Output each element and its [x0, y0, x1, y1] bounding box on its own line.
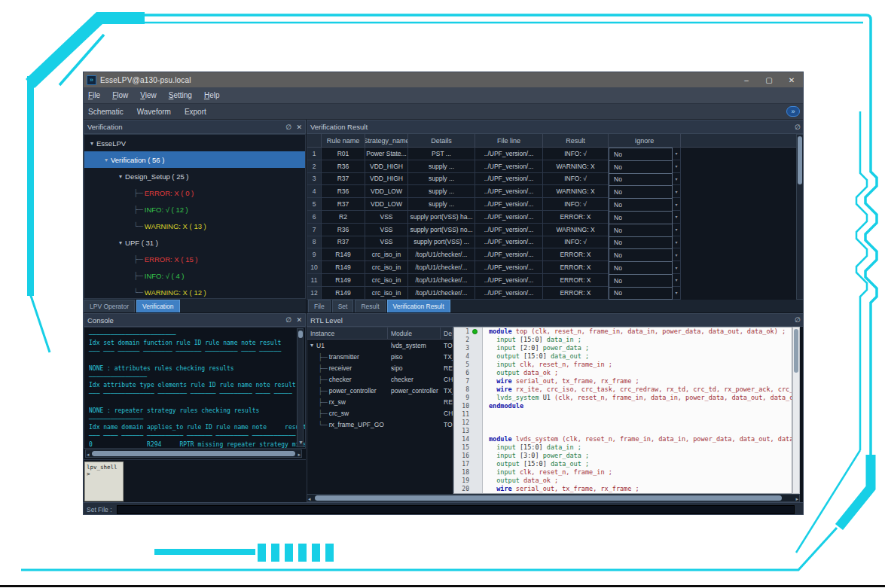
column-header-rule-name[interactable]: Rule name: [322, 134, 365, 147]
column-header-result[interactable]: Result: [543, 134, 609, 147]
ignore-dropdown-icon[interactable]: ▾: [673, 224, 681, 236]
console-hscrollbar[interactable]: ◂ ▸: [85, 449, 302, 458]
menu-item-setting[interactable]: Setting: [169, 91, 192, 99]
table-row[interactable]: 12R149crc_iso_in/top/U1/checker/...../UP…: [307, 287, 804, 300]
float-panel-icon[interactable]: ∅: [286, 123, 292, 131]
result-table-vscrollbar[interactable]: [796, 134, 804, 300]
expand-arrow-icon[interactable]: ▾: [90, 140, 93, 147]
rtl-row-receiver[interactable]: ├─receiversipoREC: [307, 362, 453, 373]
close-panel-icon[interactable]: ✕: [296, 316, 302, 324]
console-vscrollbar[interactable]: ▼: [297, 328, 304, 447]
menu-item-view[interactable]: View: [140, 91, 157, 99]
tree-item-upf[interactable]: ▾UPF ( 31 ): [84, 234, 305, 251]
rtl-row-transmitter[interactable]: ├─transmitterpisoTX_: [307, 351, 453, 362]
ignore-dropdown-icon[interactable]: ▾: [673, 248, 681, 261]
cell-ignore[interactable]: No: [609, 236, 673, 249]
table-row[interactable]: 10R149crc_iso_in/top/U1/checker/...../UP…: [307, 261, 804, 274]
table-row[interactable]: 1R01Power State...PST ...../UPF_version/…: [307, 148, 804, 160]
rtl-column-header-desig[interactable]: Desig: [441, 328, 453, 339]
tab-result[interactable]: Result: [355, 300, 385, 312]
rtl-column-header-module[interactable]: Module: [388, 328, 441, 339]
title-bar[interactable]: » EsseLPV@a130-psu.local – ▢ ✕: [84, 72, 803, 87]
rtl-row-u1[interactable]: ▾U1lvds_systemTOP: [307, 340, 453, 351]
set-file-input[interactable]: [117, 505, 795, 514]
column-header-details[interactable]: Details: [408, 134, 475, 147]
ignore-dropdown-icon[interactable]: ▾: [673, 160, 681, 173]
menu-item-help[interactable]: Help: [204, 91, 220, 99]
table-row[interactable]: 4R36VDD_LOWsupply ...../UPF_version/...W…: [307, 185, 804, 198]
ignore-dropdown-icon[interactable]: ▾: [673, 148, 681, 160]
cell-ignore[interactable]: No: [609, 185, 673, 198]
tree-item-verification[interactable]: ▾Verification ( 56 ): [84, 151, 305, 168]
shell-prompt-box[interactable]: lpv_shell >: [84, 462, 124, 501]
tree-item-info[interactable]: ├─INFO: √ ( 12 ): [84, 201, 305, 218]
table-row[interactable]: 3R37VDD_HIGHsupply ...../UPF_version/...…: [307, 173, 804, 186]
tab-file[interactable]: File: [308, 300, 331, 312]
ignore-dropdown-icon[interactable]: ▾: [673, 287, 681, 300]
rtl-hscrollbar[interactable]: ◂ ▸: [307, 494, 800, 502]
ignore-dropdown-icon[interactable]: ▾: [673, 173, 681, 186]
float-panel-icon[interactable]: ∅: [795, 123, 801, 131]
menu-item-file[interactable]: File: [88, 91, 100, 99]
close-button[interactable]: ✕: [780, 72, 803, 87]
tab-set[interactable]: Set: [332, 300, 354, 312]
table-row[interactable]: 8R37VSSsupply port(VSS) ...../UPF_versio…: [307, 236, 804, 249]
tree-item-warning[interactable]: └─WARNING: X ( 13 ): [84, 218, 305, 234]
cell-ignore[interactable]: No: [609, 274, 673, 287]
ignore-dropdown-icon[interactable]: ▾: [673, 274, 681, 287]
expand-arrow-icon[interactable]: ▾: [310, 342, 313, 349]
tree-item-info[interactable]: ├─INFO: √ ( 4 ): [84, 267, 305, 284]
rtl-row-power-controller[interactable]: ├─power_controllerpower_controllerTX_: [307, 385, 453, 396]
cell-ignore[interactable]: No: [609, 287, 673, 300]
maximize-button[interactable]: ▢: [758, 72, 780, 87]
ignore-dropdown-icon[interactable]: ▾: [673, 236, 681, 249]
rtl-row-rx-sw[interactable]: ├─rx_swREC: [307, 396, 453, 407]
toolbar-item-schematic[interactable]: Schematic: [88, 108, 124, 116]
toolbar-item-waveform[interactable]: Waveform: [137, 108, 171, 116]
ignore-dropdown-icon[interactable]: ▾: [673, 211, 681, 224]
float-panel-icon[interactable]: ∅: [795, 316, 801, 324]
toolbar-item-export[interactable]: Export: [185, 108, 206, 116]
cell-ignore[interactable]: No: [609, 248, 673, 261]
cell-ignore[interactable]: No: [609, 173, 673, 186]
tab-verification-result[interactable]: Verification Result: [387, 300, 450, 312]
rtl-row-crc-sw[interactable]: ├─crc_swCHI: [307, 407, 453, 419]
editor-vscrollbar[interactable]: [792, 327, 800, 494]
column-header-strategy-name[interactable]: Strategy_name: [365, 134, 408, 147]
tree-item-esselpv[interactable]: ▾EsseLPV: [84, 135, 305, 151]
rtl-row-checker[interactable]: ├─checkercheckerCHI: [307, 373, 453, 385]
cell-ignore[interactable]: No: [609, 224, 673, 236]
menu-item-flow[interactable]: Flow: [112, 91, 128, 99]
cell-ignore[interactable]: No: [609, 261, 673, 274]
tree-item-error[interactable]: ├─ERROR: X ( 15 ): [84, 251, 305, 267]
table-row[interactable]: 7R36VSSsupply port(VSS) no...../UPF_vers…: [307, 224, 804, 236]
column-header-file-line[interactable]: File line: [475, 134, 543, 147]
cell-ignore[interactable]: No: [609, 160, 673, 173]
rtl-row-rx-frame-upf-go[interactable]: └─rx_frame_UPF_GOTOI: [307, 419, 453, 430]
toolbar-overflow-button[interactable]: »: [786, 106, 800, 117]
tree-item-error[interactable]: ├─ERROR: X ( 0 ): [84, 184, 305, 201]
table-row[interactable]: 5R37VDD_LOWsupply ...../UPF_version/...I…: [307, 198, 804, 211]
cell-ignore[interactable]: No: [609, 211, 673, 224]
tree-item-warning[interactable]: └─WARNING: X ( 12 ): [84, 284, 305, 299]
breakpoint-icon[interactable]: [472, 329, 478, 334]
rtl-column-header-instance[interactable]: Instance: [307, 328, 388, 339]
tab-verification[interactable]: Verification: [136, 300, 180, 312]
cell-ignore[interactable]: No: [609, 198, 673, 211]
ignore-dropdown-icon[interactable]: ▾: [673, 185, 681, 198]
float-panel-icon[interactable]: ∅: [286, 316, 292, 324]
table-row[interactable]: 11R149crc_iso_in/top/U1/checker/...../UP…: [307, 274, 804, 287]
expand-arrow-icon[interactable]: ▾: [105, 157, 108, 163]
cell-ignore[interactable]: No: [609, 148, 673, 160]
expand-arrow-icon[interactable]: ▾: [119, 173, 122, 180]
table-row[interactable]: 6R2VSSsupply port(VSS) ha...../UPF_versi…: [307, 211, 804, 224]
code-editor[interactable]: 1234567891011121314151617181920 module t…: [453, 327, 792, 494]
expand-arrow-icon[interactable]: ▾: [119, 239, 122, 246]
ignore-dropdown-icon[interactable]: ▾: [673, 198, 681, 211]
tab-lpv-operator[interactable]: LPV Operator: [84, 300, 135, 312]
minimize-button[interactable]: –: [735, 72, 758, 87]
tree-item-design-setup[interactable]: ▾Design_Setup ( 25 ): [84, 168, 305, 184]
close-panel-icon[interactable]: ✕: [296, 123, 302, 131]
column-header-ignore[interactable]: Ignore: [609, 134, 681, 147]
table-row[interactable]: 2R36VDD_HIGHsupply ...../UPF_version/...…: [307, 160, 804, 173]
